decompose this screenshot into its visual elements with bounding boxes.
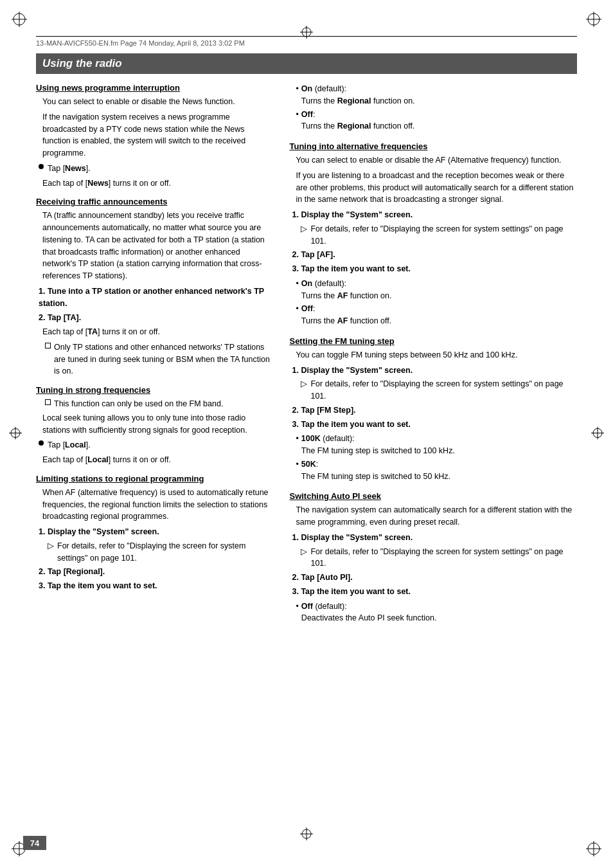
fm-step1-arrow-text: For details, refer to "Displaying the sc…: [310, 378, 577, 402]
traffic-para1: TA (traffic announcement standby) lets y…: [36, 210, 274, 282]
auto-pi-off-text: Off (default):Deactivates the Auto PI se…: [301, 601, 437, 625]
circle-icon2: [39, 440, 44, 446]
news-circle-bullet: Tap [News].: [36, 163, 274, 175]
arrow-icon2: ▷: [301, 223, 307, 235]
section-title-bar: Using the radio: [36, 53, 577, 74]
page-number-box: 74: [23, 836, 46, 850]
crosshair-top: [300, 26, 313, 41]
reg-mark-tl: [12, 12, 27, 27]
regional-on-text: On (default):Turns the Regional function…: [301, 83, 415, 107]
crosshair-right: [591, 427, 604, 442]
traffic-sq-bullet: Only TP stations and other enhanced netw…: [36, 341, 274, 377]
page-number: 74: [30, 838, 39, 848]
circle-icon: [39, 164, 44, 169]
auto-pi-step3: 3. Tap the item you want to set.: [289, 586, 577, 598]
strong-sq-bullet: This function can only be used on the FM…: [36, 398, 274, 410]
news-tap-desc: Each tap of [News] turns it on or off.: [36, 177, 274, 190]
section-news-programme: Using news programme interruption You ca…: [36, 83, 274, 189]
regional-off-text: Off:Turns the Regional function off.: [301, 109, 414, 133]
arrow-icon3: ▷: [301, 378, 307, 390]
section-regional-options: • On (default):Turns the Regional functi…: [289, 83, 577, 132]
auto-pi-step1-arrow: ▷ For details, refer to "Displaying the …: [289, 546, 577, 570]
regional-on: • On (default):Turns the Regional functi…: [289, 83, 577, 107]
fm-step1: 1. Display the "System" screen.: [289, 365, 577, 377]
fm-50k: • 50K:The FM tuning step is switched to …: [289, 458, 577, 483]
square-icon: [45, 343, 51, 348]
left-column: Using news programme interruption You ca…: [36, 83, 274, 626]
page: 13-MAN-AVICF550-EN.fm Page 74 Monday, Ap…: [0, 0, 613, 868]
bullet-dot6: •: [296, 458, 298, 483]
heading-auto-pi: Switching Auto PI seek: [289, 491, 577, 501]
limiting-step2: 2. Tap [Regional].: [36, 566, 274, 578]
section-title: Using the radio: [42, 57, 122, 69]
heading-strong-freq: Tuning in strong frequencies: [36, 385, 274, 395]
fm-50k-text: 50K:The FM tuning step is switched to 50…: [301, 458, 450, 483]
af-on-text: On (default):Turns the AF function on.: [301, 278, 392, 302]
auto-pi-off: • Off (default):Deactivates the Auto PI …: [289, 601, 577, 625]
content-area: Using news programme interruption You ca…: [36, 83, 577, 626]
strong-tap-desc: Each tap of [Local] turns it on or off.: [36, 454, 274, 466]
heading-fm-step: Setting the FM tuning step: [289, 336, 577, 346]
regional-off: • Off:Turns the Regional function off.: [289, 109, 577, 133]
traffic-step1: 1. Tune into a TP station or another enh…: [36, 285, 274, 310]
bullet-dot2: •: [296, 109, 298, 133]
fm-step2: 2. Tap [FM Step].: [289, 404, 577, 417]
right-column: • On (default):Turns the Regional functi…: [289, 83, 577, 626]
bullet-dot: •: [296, 83, 298, 107]
arrow-icon: ▷: [48, 540, 54, 552]
fm-step-para1: You can toggle FM tuning steps between 5…: [289, 349, 577, 361]
auto-pi-step2: 2. Tap [Auto PI].: [289, 572, 577, 584]
traffic-step2: 2. Tap [TA].: [36, 312, 274, 324]
strong-tap-text: Tap [Local].: [48, 439, 91, 451]
limiting-step3: 3. Tap the item you want to set.: [36, 580, 274, 592]
section-fm-step: Setting the FM tuning step You can toggl…: [289, 336, 577, 483]
alt-step2: 2. Tap [AF].: [289, 249, 577, 261]
auto-pi-para1: The navigation system can automatically …: [289, 504, 577, 529]
section-limiting: Limiting stations to regional programmin…: [36, 474, 274, 592]
bullet-dot3: •: [296, 278, 298, 302]
strong-circle-bullet: Tap [Local].: [36, 439, 274, 451]
square-icon2: [45, 399, 51, 405]
heading-traffic: Receiving traffic announcements: [36, 197, 274, 206]
arrow-icon4: ▷: [301, 546, 307, 558]
traffic-ta-desc: Each tap of [TA] turns it on or off.: [36, 326, 274, 338]
section-alt-freq: Tuning into alternative frequencies You …: [289, 141, 577, 327]
section-auto-pi: Switching Auto PI seek The navigation sy…: [289, 491, 577, 624]
alt-freq-para1: You can select to enable or disable the …: [289, 154, 577, 167]
fm-step1-arrow: ▷ For details, refer to "Displaying the …: [289, 378, 577, 402]
reg-mark-tr: [586, 12, 601, 27]
news-para1: You can select to enable or disable the …: [36, 96, 274, 108]
crosshair-bottom: [300, 827, 313, 842]
heading-alt-freq: Tuning into alternative frequencies: [289, 141, 577, 151]
af-off: • Off:Turns the AF function off.: [289, 303, 577, 327]
crosshair-left: [9, 427, 22, 442]
header-text: 13-MAN-AVICF550-EN.fm Page 74 Monday, Ap…: [36, 39, 245, 47]
heading-news-programme: Using news programme interruption: [36, 83, 274, 93]
bullet-dot4: •: [296, 303, 298, 327]
limiting-step1: 1. Display the "System" screen.: [36, 526, 274, 538]
section-strong-freq: Tuning in strong frequencies This functi…: [36, 385, 274, 466]
reg-mark-br: [586, 841, 601, 856]
limiting-para1: When AF (alternative frequency) is used …: [36, 487, 274, 523]
limiting-step1-arrow-text: For details, refer to "Displaying the sc…: [57, 540, 274, 565]
limiting-step1-arrow: ▷ For details, refer to "Displaying the …: [36, 540, 274, 565]
auto-pi-step1-arrow-text: For details, refer to "Displaying the sc…: [310, 546, 577, 570]
strong-para1: Local seek tuning allows you to only tun…: [36, 412, 274, 437]
auto-pi-step1: 1. Display the "System" screen.: [289, 532, 577, 544]
strong-sq-text: This function can only be used on the FM…: [54, 398, 223, 410]
af-on: • On (default):Turns the AF function on.: [289, 278, 577, 302]
heading-limiting: Limiting stations to regional programmin…: [36, 474, 274, 484]
news-tap-text: Tap [News].: [48, 163, 91, 175]
af-off-text: Off:Turns the AF function off.: [301, 303, 391, 327]
bullet-dot5: •: [296, 433, 298, 457]
fm-100k: • 100K (default):The FM tuning step is s…: [289, 433, 577, 457]
section-traffic: Receiving traffic announcements TA (traf…: [36, 197, 274, 377]
alt-step1: 1. Display the "System" screen.: [289, 209, 577, 221]
alt-step1-arrow-text: For details, refer to "Displaying the sc…: [310, 223, 577, 248]
fm-100k-text: 100K (default):The FM tuning step is swi…: [301, 433, 455, 457]
news-para2: If the navigation system receives a news…: [36, 111, 274, 159]
traffic-sq-text: Only TP stations and other enhanced netw…: [54, 341, 274, 377]
alt-step1-arrow: ▷ For details, refer to "Displaying the …: [289, 223, 577, 248]
alt-freq-para2: If you are listening to a broadcast and …: [289, 170, 577, 206]
bullet-dot7: •: [296, 601, 298, 625]
